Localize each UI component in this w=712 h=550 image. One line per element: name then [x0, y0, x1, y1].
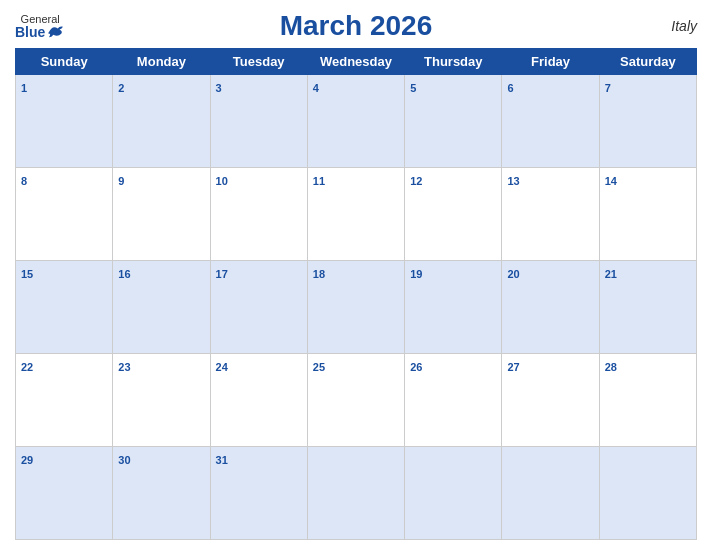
day-number: 25	[313, 361, 325, 373]
calendar-row: 22232425262728	[16, 354, 697, 447]
calendar-cell: 9	[113, 168, 210, 261]
logo-general-text: General	[21, 14, 60, 25]
calendar-cell: 7	[599, 75, 696, 168]
calendar-cell: 3	[210, 75, 307, 168]
calendar-cell: 21	[599, 261, 696, 354]
day-number: 5	[410, 82, 416, 94]
calendar-row: 1234567	[16, 75, 697, 168]
day-number: 17	[216, 268, 228, 280]
col-friday: Friday	[502, 49, 599, 75]
day-number: 29	[21, 454, 33, 466]
day-number: 16	[118, 268, 130, 280]
calendar-cell: 11	[307, 168, 404, 261]
calendar-cell: 1	[16, 75, 113, 168]
day-number: 23	[118, 361, 130, 373]
calendar-cell: 15	[16, 261, 113, 354]
calendar-cell	[307, 447, 404, 540]
calendar-cell: 20	[502, 261, 599, 354]
calendar-cell: 19	[405, 261, 502, 354]
day-number: 15	[21, 268, 33, 280]
col-monday: Monday	[113, 49, 210, 75]
calendar-cell	[502, 447, 599, 540]
calendar-cell: 30	[113, 447, 210, 540]
calendar-cell: 14	[599, 168, 696, 261]
day-number: 2	[118, 82, 124, 94]
calendar-cell: 25	[307, 354, 404, 447]
day-number: 4	[313, 82, 319, 94]
day-number: 14	[605, 175, 617, 187]
calendar-cell: 8	[16, 168, 113, 261]
weekday-header-row: Sunday Monday Tuesday Wednesday Thursday…	[16, 49, 697, 75]
col-sunday: Sunday	[16, 49, 113, 75]
day-number: 8	[21, 175, 27, 187]
calendar-cell: 16	[113, 261, 210, 354]
calendar-cell: 18	[307, 261, 404, 354]
calendar-cell: 24	[210, 354, 307, 447]
calendar-table: Sunday Monday Tuesday Wednesday Thursday…	[15, 48, 697, 540]
day-number: 27	[507, 361, 519, 373]
day-number: 1	[21, 82, 27, 94]
day-number: 28	[605, 361, 617, 373]
page-title: March 2026	[280, 10, 433, 42]
day-number: 21	[605, 268, 617, 280]
calendar-cell: 26	[405, 354, 502, 447]
calendar-row: 15161718192021	[16, 261, 697, 354]
col-wednesday: Wednesday	[307, 49, 404, 75]
calendar-cell: 28	[599, 354, 696, 447]
day-number: 7	[605, 82, 611, 94]
logo-bird-icon	[47, 25, 65, 39]
calendar-cell: 22	[16, 354, 113, 447]
calendar-cell: 31	[210, 447, 307, 540]
calendar-cell	[599, 447, 696, 540]
calendar-cell: 2	[113, 75, 210, 168]
calendar-cell: 17	[210, 261, 307, 354]
calendar-cell: 10	[210, 168, 307, 261]
col-tuesday: Tuesday	[210, 49, 307, 75]
calendar-cell: 23	[113, 354, 210, 447]
calendar-header: General Blue March 2026 Italy	[15, 10, 697, 42]
day-number: 9	[118, 175, 124, 187]
calendar-row: 293031	[16, 447, 697, 540]
day-number: 30	[118, 454, 130, 466]
day-number: 10	[216, 175, 228, 187]
day-number: 20	[507, 268, 519, 280]
country-label: Italy	[671, 18, 697, 34]
col-saturday: Saturday	[599, 49, 696, 75]
day-number: 12	[410, 175, 422, 187]
col-thursday: Thursday	[405, 49, 502, 75]
calendar-cell: 29	[16, 447, 113, 540]
logo: General Blue	[15, 14, 65, 39]
day-number: 13	[507, 175, 519, 187]
calendar-cell: 6	[502, 75, 599, 168]
day-number: 3	[216, 82, 222, 94]
day-number: 22	[21, 361, 33, 373]
day-number: 31	[216, 454, 228, 466]
calendar-cell: 5	[405, 75, 502, 168]
calendar-cell	[405, 447, 502, 540]
day-number: 11	[313, 175, 325, 187]
logo-blue-text: Blue	[15, 25, 65, 39]
calendar-cell: 27	[502, 354, 599, 447]
day-number: 6	[507, 82, 513, 94]
day-number: 24	[216, 361, 228, 373]
calendar-cell: 12	[405, 168, 502, 261]
calendar-cell: 4	[307, 75, 404, 168]
day-number: 18	[313, 268, 325, 280]
calendar-cell: 13	[502, 168, 599, 261]
day-number: 19	[410, 268, 422, 280]
calendar-row: 891011121314	[16, 168, 697, 261]
day-number: 26	[410, 361, 422, 373]
